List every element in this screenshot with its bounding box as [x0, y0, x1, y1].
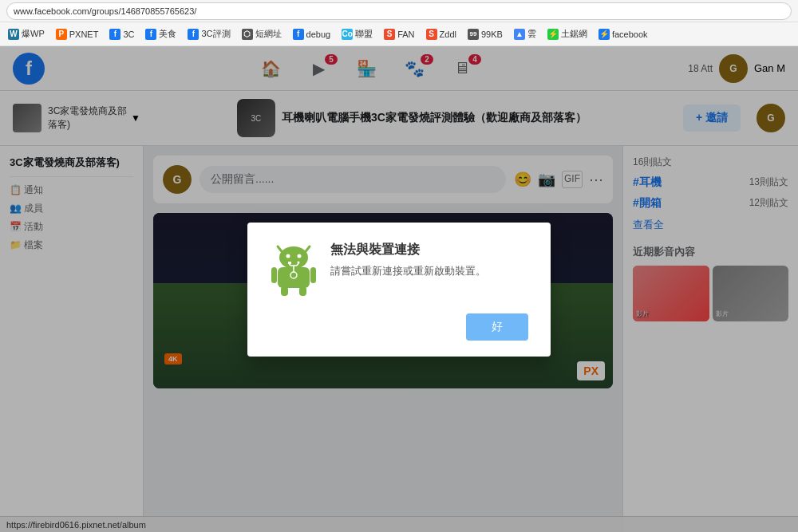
kb-icon: 99 — [468, 29, 479, 40]
shopee-icon-fan: S — [384, 29, 395, 40]
dialog-content: 無法與裝置連接 請嘗試重新連接或重新啟動裝置。 — [270, 242, 528, 298]
bookmark-3c[interactable]: f 3C — [105, 27, 139, 41]
cloud-icon: ▲ — [514, 29, 525, 40]
bookmark-alliance[interactable]: Co 聯盟 — [337, 26, 377, 41]
android-dialog: 無法與裝置連接 請嘗試重新連接或重新啟動裝置。 好 — [247, 223, 551, 357]
dialog-ok-button[interactable]: 好 — [466, 313, 528, 341]
dialog-footer: 好 — [270, 313, 528, 341]
bookmark-pxnet[interactable]: P PXNET — [51, 27, 104, 41]
address-input[interactable] — [6, 2, 792, 20]
address-bar — [0, 0, 798, 22]
android-icon — [270, 242, 318, 298]
shopee-icon-zddl: S — [426, 29, 437, 40]
bookmarks-bar: W 爆WP P PXNET f 3C f 美食 f 3C評測 ⬡ 短網址 f d… — [0, 22, 798, 46]
co-icon: Co — [342, 29, 353, 40]
bookmark-zddl[interactable]: S Zddl — [421, 27, 461, 41]
bookmark-food[interactable]: f 美食 — [140, 26, 181, 41]
lightning-icon-tusaw: ⚡ — [547, 29, 559, 40]
bookmark-wp[interactable]: W 爆WP — [3, 26, 49, 41]
dialog-overlay: 無法與裝置連接 請嘗試重新連接或重新啟動裝置。 好 — [0, 46, 798, 532]
page-content: f 🏠 ▶ 5 🏪 🐾 2 🖥 4 — [0, 46, 798, 532]
svg-rect-7 — [310, 267, 316, 283]
bookmark-cloud[interactable]: ▲ 雲 — [509, 26, 541, 41]
fb-icon-3c: f — [109, 29, 120, 40]
svg-point-3 — [286, 254, 290, 258]
bookmark-fan[interactable]: S FAN — [379, 27, 419, 41]
svg-rect-15 — [288, 262, 291, 264]
bookmark-facebook[interactable]: ⚡ facebook — [594, 27, 653, 41]
lightning-icon-fb: ⚡ — [598, 29, 610, 40]
svg-rect-9 — [299, 286, 306, 296]
wp-icon: W — [8, 29, 19, 40]
px-icon: P — [56, 29, 67, 40]
bookmark-tusaw[interactable]: ⚡ 土鋸網 — [543, 26, 592, 41]
shorturl-icon: ⬡ — [242, 29, 253, 40]
fb-icon-food: f — [145, 29, 156, 40]
browser-frame: W 爆WP P PXNET f 3C f 美食 f 3C評測 ⬡ 短網址 f d… — [0, 0, 798, 532]
bookmark-3c-review[interactable]: f 3C評測 — [183, 26, 235, 41]
svg-point-4 — [298, 254, 302, 258]
dialog-title: 無法與裝置連接 — [330, 242, 528, 258]
svg-rect-8 — [281, 286, 288, 296]
android-robot-svg — [270, 242, 318, 298]
svg-point-16 — [298, 261, 300, 263]
dialog-message: 請嘗試重新連接或重新啟動裝置。 — [330, 263, 528, 279]
bookmark-shorturl[interactable]: ⬡ 短網址 — [237, 26, 286, 41]
bookmark-99kb[interactable]: 99 99KB — [463, 27, 508, 41]
bookmark-debug[interactable]: f debug — [288, 27, 336, 41]
svg-rect-6 — [271, 267, 277, 283]
fb-icon-review: f — [188, 29, 199, 40]
fb-icon-debug: f — [293, 29, 304, 40]
dialog-text-area: 無法與裝置連接 請嘗試重新連接或重新啟動裝置。 — [330, 242, 528, 298]
